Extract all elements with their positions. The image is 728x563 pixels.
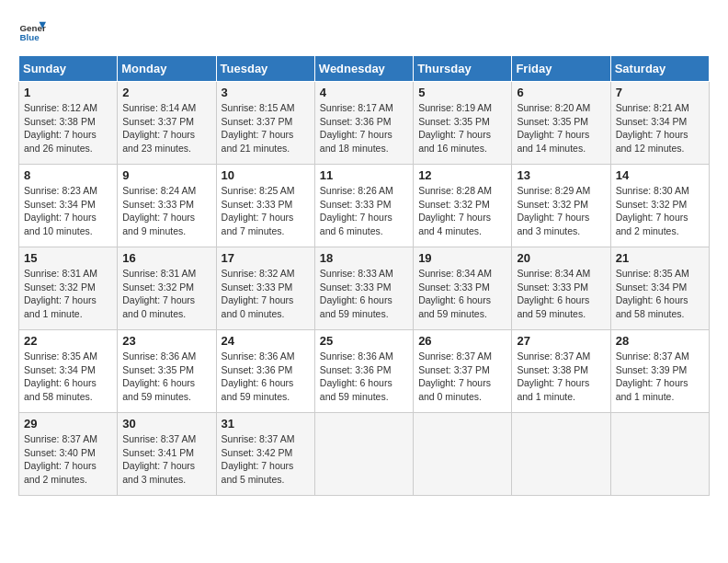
day-number: 6 [517,86,605,99]
calendar-cell [414,413,512,496]
day-detail: Sunrise: 8:23 AMSunset: 3:34 PMDaylight:… [24,184,112,238]
calendar-cell: 18 Sunrise: 8:33 AMSunset: 3:33 PMDaylig… [314,247,413,330]
calendar-cell: 15 Sunrise: 8:31 AMSunset: 3:32 PMDaylig… [19,247,118,330]
calendar-cell: 22 Sunrise: 8:35 AMSunset: 3:34 PMDaylig… [19,330,118,413]
day-detail: Sunrise: 8:31 AMSunset: 3:32 PMDaylight:… [122,267,210,321]
dow-header-friday: Friday [512,56,610,82]
day-number: 9 [122,168,210,182]
day-number: 11 [320,168,408,182]
day-number: 19 [418,251,506,265]
calendar-cell: 5 Sunrise: 8:19 AMSunset: 3:35 PMDayligh… [414,82,512,165]
day-number: 5 [418,86,506,99]
day-detail: Sunrise: 8:25 AMSunset: 3:33 PMDaylight:… [222,184,310,238]
day-detail: Sunrise: 8:37 AMSunset: 3:40 PMDaylight:… [24,432,112,487]
calendar-cell: 28 Sunrise: 8:37 AMSunset: 3:39 PMDaylig… [610,330,709,413]
calendar-cell: 12 Sunrise: 8:28 AMSunset: 3:32 PMDaylig… [414,165,512,247]
day-number: 12 [418,168,506,182]
calendar-cell: 3 Sunrise: 8:15 AMSunset: 3:37 PMDayligh… [216,82,314,165]
dow-header-tuesday: Tuesday [216,56,314,82]
day-number: 22 [24,334,112,348]
day-number: 26 [418,334,506,348]
calendar-cell: 24 Sunrise: 8:36 AMSunset: 3:36 PMDaylig… [216,330,314,413]
day-detail: Sunrise: 8:30 AMSunset: 3:32 PMDaylight:… [616,184,704,238]
calendar-cell [512,413,610,496]
dow-header-thursday: Thursday [414,56,512,82]
day-detail: Sunrise: 8:14 AMSunset: 3:37 PMDaylight:… [122,101,210,155]
day-number: 15 [24,251,112,265]
dow-header-sunday: Sunday [19,56,118,82]
svg-text:Blue: Blue [20,32,40,42]
dow-header-wednesday: Wednesday [314,56,413,82]
day-number: 2 [122,86,210,99]
day-detail: Sunrise: 8:21 AMSunset: 3:34 PMDaylight:… [616,101,704,155]
day-number: 17 [222,251,310,265]
calendar-cell: 30 Sunrise: 8:37 AMSunset: 3:41 PMDaylig… [118,413,216,496]
day-detail: Sunrise: 8:37 AMSunset: 3:41 PMDaylight:… [122,432,210,487]
day-detail: Sunrise: 8:36 AMSunset: 3:35 PMDaylight:… [122,350,210,404]
calendar-cell: 8 Sunrise: 8:23 AMSunset: 3:34 PMDayligh… [19,165,118,247]
dow-header-monday: Monday [118,56,216,82]
day-number: 25 [320,334,408,348]
day-number: 29 [24,417,112,431]
day-detail: Sunrise: 8:15 AMSunset: 3:37 PMDaylight:… [222,101,310,155]
calendar-cell: 21 Sunrise: 8:35 AMSunset: 3:34 PMDaylig… [610,247,709,330]
day-number: 16 [122,251,210,265]
day-detail: Sunrise: 8:17 AMSunset: 3:36 PMDaylight:… [320,101,408,155]
calendar-cell: 14 Sunrise: 8:30 AMSunset: 3:32 PMDaylig… [610,165,709,247]
day-number: 27 [517,334,605,348]
calendar-cell: 26 Sunrise: 8:37 AMSunset: 3:37 PMDaylig… [414,330,512,413]
day-detail: Sunrise: 8:32 AMSunset: 3:33 PMDaylight:… [222,267,310,321]
day-detail: Sunrise: 8:37 AMSunset: 3:38 PMDaylight:… [517,350,605,404]
calendar-cell: 10 Sunrise: 8:25 AMSunset: 3:33 PMDaylig… [216,165,314,247]
calendar-cell: 4 Sunrise: 8:17 AMSunset: 3:36 PMDayligh… [314,82,413,165]
day-detail: Sunrise: 8:19 AMSunset: 3:35 PMDaylight:… [418,101,506,155]
calendar-cell: 2 Sunrise: 8:14 AMSunset: 3:37 PMDayligh… [118,82,216,165]
calendar-table: SundayMondayTuesdayWednesdayThursdayFrid… [18,55,710,496]
calendar-cell: 31 Sunrise: 8:37 AMSunset: 3:42 PMDaylig… [216,413,314,496]
calendar-cell: 1 Sunrise: 8:12 AMSunset: 3:38 PMDayligh… [19,82,118,165]
day-detail: Sunrise: 8:37 AMSunset: 3:37 PMDaylight:… [418,350,506,404]
day-number: 3 [222,86,310,99]
day-detail: Sunrise: 8:36 AMSunset: 3:36 PMDaylight:… [222,350,310,404]
calendar-cell: 7 Sunrise: 8:21 AMSunset: 3:34 PMDayligh… [610,82,709,165]
calendar-cell [610,413,709,496]
day-detail: Sunrise: 8:24 AMSunset: 3:33 PMDaylight:… [122,184,210,238]
day-number: 4 [320,86,408,99]
day-detail: Sunrise: 8:26 AMSunset: 3:33 PMDaylight:… [320,184,408,238]
calendar-cell: 6 Sunrise: 8:20 AMSunset: 3:35 PMDayligh… [512,82,610,165]
day-number: 28 [616,334,704,348]
day-detail: Sunrise: 8:29 AMSunset: 3:32 PMDaylight:… [517,184,605,238]
day-number: 31 [222,417,310,431]
calendar-cell: 13 Sunrise: 8:29 AMSunset: 3:32 PMDaylig… [512,165,610,247]
day-detail: Sunrise: 8:34 AMSunset: 3:33 PMDaylight:… [517,267,605,321]
day-number: 10 [222,168,310,182]
calendar-cell: 20 Sunrise: 8:34 AMSunset: 3:33 PMDaylig… [512,247,610,330]
calendar-cell: 25 Sunrise: 8:36 AMSunset: 3:36 PMDaylig… [314,330,413,413]
day-number: 1 [24,86,112,99]
calendar-cell: 27 Sunrise: 8:37 AMSunset: 3:38 PMDaylig… [512,330,610,413]
day-detail: Sunrise: 8:31 AMSunset: 3:32 PMDaylight:… [24,267,112,321]
day-number: 20 [517,251,605,265]
day-number: 7 [616,86,704,99]
calendar-cell: 16 Sunrise: 8:31 AMSunset: 3:32 PMDaylig… [118,247,216,330]
day-detail: Sunrise: 8:12 AMSunset: 3:38 PMDaylight:… [24,101,112,155]
calendar-cell: 19 Sunrise: 8:34 AMSunset: 3:33 PMDaylig… [414,247,512,330]
day-detail: Sunrise: 8:20 AMSunset: 3:35 PMDaylight:… [517,101,605,155]
day-detail: Sunrise: 8:35 AMSunset: 3:34 PMDaylight:… [616,267,704,321]
day-detail: Sunrise: 8:33 AMSunset: 3:33 PMDaylight:… [320,267,408,321]
day-number: 8 [24,168,112,182]
day-detail: Sunrise: 8:34 AMSunset: 3:33 PMDaylight:… [418,267,506,321]
day-detail: Sunrise: 8:36 AMSunset: 3:36 PMDaylight:… [320,350,408,404]
calendar-cell: 11 Sunrise: 8:26 AMSunset: 3:33 PMDaylig… [314,165,413,247]
dow-header-saturday: Saturday [610,56,709,82]
page-header: General Blue [18,18,710,46]
day-detail: Sunrise: 8:37 AMSunset: 3:39 PMDaylight:… [616,350,704,404]
calendar-cell: 9 Sunrise: 8:24 AMSunset: 3:33 PMDayligh… [118,165,216,247]
day-number: 14 [616,168,704,182]
calendar-cell: 29 Sunrise: 8:37 AMSunset: 3:40 PMDaylig… [19,413,118,496]
calendar-cell: 23 Sunrise: 8:36 AMSunset: 3:35 PMDaylig… [118,330,216,413]
day-number: 30 [122,417,210,431]
logo: General Blue [18,18,46,46]
day-detail: Sunrise: 8:35 AMSunset: 3:34 PMDaylight:… [24,350,112,404]
day-number: 13 [517,168,605,182]
